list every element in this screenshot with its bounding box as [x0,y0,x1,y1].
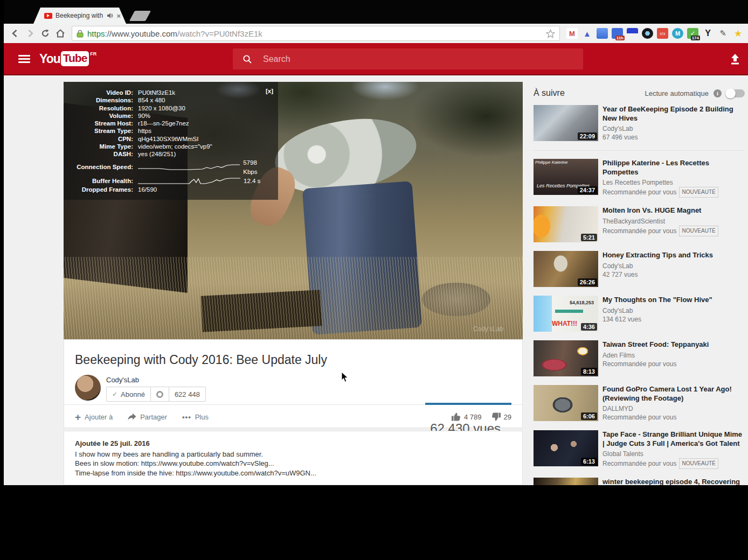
more-button[interactable]: •••Plus [182,413,209,421]
video-thumbnail[interactable]: 5:21 [534,206,598,242]
channel-avatar[interactable] [75,375,101,401]
video-thumbnail[interactable]: 26:26 [534,251,598,287]
plus-icon: + [75,412,81,422]
youtube-logo[interactable]: You Tube FR [39,51,96,66]
suggested-video-title[interactable]: Molten Iron Vs. HUGE Magnet [602,206,745,215]
camera-lens-icon[interactable] [642,28,653,39]
suggested-video-item[interactable]: $4,618,253WHAT!!!4:36My Thoughts on The … [534,296,745,332]
suggested-video-title[interactable]: Philippe Katerine - Les Recettes Pompett… [602,159,745,177]
suggested-video-item[interactable]: 6:13Tape Face - Strange Brilliant Unique… [534,430,745,469]
suggested-video-item[interactable]: winter beekeeping episode 4, Recovering … [534,478,745,485]
suggested-video-item[interactable]: Philippe KaterineLes Recettes Pompettes2… [534,159,745,198]
suggested-video-item[interactable]: 6:06Found GoPro Camera Lost 1 Year Ago! … [534,385,745,422]
tab-strip: Beekeeping with Cody × [4,0,748,24]
stats-row: Dimensions:854 x 480 [64,96,273,104]
autoplay-control: Lecture automatique i [645,89,745,97]
ext-glyph: ★ [734,28,742,39]
autoplay-toggle[interactable] [726,89,745,97]
like-button[interactable]: 4 789 [452,412,482,421]
subscribed-button[interactable]: ✓Abonné [107,387,150,401]
gmail-icon[interactable]: M [566,28,578,39]
thumbnail-text [555,310,583,313]
description-line[interactable]: Bees in slow motion: https://www.youtube… [75,459,511,468]
url-bar[interactable]: https://www.youtube.com/watch?v=PU0tNf3z… [72,26,560,41]
stat-label: Buffer Health: [64,177,138,186]
channel-name[interactable]: Cody'sLab [106,376,139,384]
stats-row: Stream Type:https [64,127,273,135]
youtube-header: You Tube FR [4,43,748,75]
suggested-video-item[interactable]: 5:21Molten Iron Vs. HUGE MagnetTheBackya… [534,206,745,242]
add-to-button[interactable]: +Ajouter à [75,412,113,422]
new-tab-button[interactable] [129,11,151,21]
pencil-icon[interactable]: ✎ [717,28,729,39]
suggested-video-item[interactable]: 26:26Honey Extracting Tips and TricksCod… [534,251,745,287]
flag-icon[interactable] [627,28,638,39]
share-icon [128,413,136,421]
browser-tab[interactable]: Beekeeping with Cody × [33,8,126,24]
video-thumbnail[interactable]: 6:06 [534,385,598,421]
video-text: Tape Face - Strange Brilliant Unique Mim… [602,430,745,469]
description-line[interactable]: Time-lapse from inside the hive: https:/… [75,468,511,478]
video-thumbnail[interactable] [534,478,598,485]
new-badge: NOUVEAUTÉ [679,458,718,469]
clock-11h-icon[interactable]: 11h [612,28,623,39]
views-bar [425,403,511,405]
forward-button[interactable] [23,26,37,40]
suggested-video-title[interactable]: winter beekeeping episode 4, Recovering … [602,478,745,485]
suggested-video-channel: Global Talents [602,450,745,458]
ext-badge: 174 [691,36,700,40]
suggested-video-channel: Cody'sLab [602,306,745,315]
stats-row-dropped-frames: Dropped Frames: 16/590 [64,186,273,193]
toggle-knob [725,88,736,99]
video-thumbnail[interactable]: $4,618,253WHAT!!!4:36 [534,296,598,332]
menu-icon[interactable] [18,55,30,65]
video-text: Molten Iron Vs. HUGE MagnetTheBackyardSc… [602,206,745,242]
info-icon[interactable]: i [714,89,722,97]
subscribe-button-group: ✓Abonné 622 448 [106,387,206,402]
share-button[interactable]: Partager [128,413,167,421]
suggested-video-title[interactable]: My Thoughts on The "Flow Hive" [602,296,745,305]
suggested-video-title[interactable]: Found GoPro Camera Lost 1 Year Ago! (Rev… [602,385,745,403]
video-thumbnail[interactable]: 22:09 [534,105,598,141]
dislike-button[interactable]: 29 [491,412,511,421]
suggested-video-title[interactable]: Honey Extracting Tips and Tricks [602,251,745,260]
video-thumbnail[interactable]: Philippe KaterineLes Recettes Pompettes2… [534,159,598,195]
upload-icon[interactable] [729,54,741,65]
window-icon[interactable] [597,28,608,39]
search-box[interactable] [233,48,583,69]
messenger-icon[interactable]: M [672,28,683,39]
duration-badge: 5:21 [581,234,597,241]
tab-audio-icon [107,12,113,19]
tab-close-icon[interactable]: × [116,12,121,19]
search-input[interactable] [263,54,543,64]
printer-icon[interactable]: ▭ [657,28,668,39]
subscription-settings-button[interactable] [150,387,169,401]
stat-value: qHg4130SX9tWMmSI [138,135,199,143]
suggested-video-item[interactable]: 8:13Taiwan Street Food: TeppanyakiAden F… [534,340,745,376]
suggested-video-title[interactable]: Year of BeeKeeping Episode 2 Building Ne… [602,105,745,123]
stats-row-buffer-health: Buffer Health: 12.4 s [64,177,273,186]
star-check-icon[interactable]: ★ [732,28,744,39]
home-button[interactable] [53,26,67,40]
suggested-video-title[interactable]: Taiwan Street Food: Teppanyaki [602,340,745,349]
stats-row: Mime Type:video/webm; codecs="vp9" [64,143,273,150]
suggested-video-item[interactable]: 22:09Year of BeeKeeping Episode 2 Buildi… [534,105,745,142]
bookmark-star-icon[interactable] [546,29,555,38]
logo-region-text: FR [90,51,96,57]
desktop-screen: Beekeeping with Cody × [0,0,748,560]
video-thumbnail[interactable]: 6:13 [534,430,598,466]
analytics-icon[interactable]: ▲ [581,28,593,39]
watch-page: Cody'sLab Video ID:PU0tNf3zE1kDimensions… [4,75,748,485]
connection-speed-graph [138,163,240,172]
stats-close-button[interactable]: [x] [266,88,273,94]
subscribed-label: Abonné [121,390,145,398]
suggested-video-title[interactable]: Tape Face - Strange Brilliant Unique Mim… [602,430,745,448]
stats-row: Resolution:1920 x 1080@30 [64,104,273,112]
stats-row: Volume:90% [64,112,273,120]
video-player[interactable]: Cody'sLab Video ID:PU0tNf3zE1kDimensions… [64,82,523,339]
reload-button[interactable] [38,26,52,40]
shield-icon[interactable]: ✓174 [687,28,698,39]
y-icon[interactable]: Y [702,28,714,39]
video-thumbnail[interactable]: 8:13 [534,340,598,376]
back-button[interactable] [8,26,22,40]
